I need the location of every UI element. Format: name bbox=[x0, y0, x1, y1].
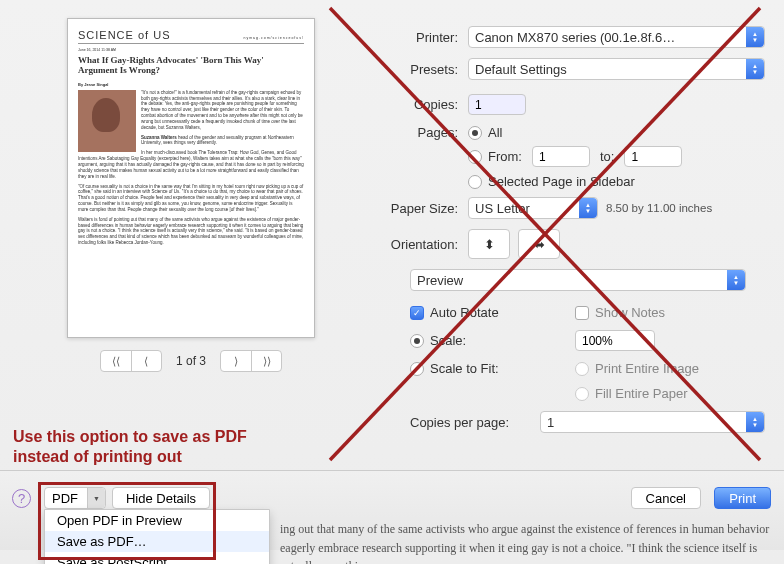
fit-fill-label: Fill Entire Paper bbox=[595, 386, 687, 401]
help-icon: ? bbox=[18, 491, 25, 506]
next-page-icon[interactable]: ⟩ bbox=[221, 351, 251, 371]
scalefit-radio[interactable] bbox=[410, 362, 424, 376]
paper-value: US Letter bbox=[475, 201, 530, 216]
print-options: Printer: Canon MX870 series (00.1e.8f.6…… bbox=[370, 26, 765, 443]
presets-label: Presets: bbox=[370, 62, 458, 77]
printer-select[interactable]: Canon MX870 series (00.1e.8f.6…▲▼ bbox=[468, 26, 765, 48]
scale-input[interactable] bbox=[575, 330, 655, 351]
pages-selected-label: Selected Page in Sidebar bbox=[488, 174, 635, 189]
first-page-icon[interactable]: ⟨⟨ bbox=[101, 351, 131, 371]
app-section-value: Preview bbox=[417, 273, 463, 288]
site-url: nymag.com/scienceofus/ bbox=[243, 36, 304, 40]
updown-icon: ▲▼ bbox=[579, 198, 597, 218]
updown-icon: ▲▼ bbox=[746, 59, 764, 79]
autorotate-label: Auto Rotate bbox=[430, 305, 499, 320]
page-fwd-group[interactable]: ⟩⟩⟩ bbox=[220, 350, 282, 372]
annotation-box bbox=[38, 482, 216, 560]
paper-select[interactable]: US Letter▲▼ bbox=[468, 197, 598, 219]
updown-icon: ▲▼ bbox=[746, 27, 764, 47]
copies-label: Copies: bbox=[370, 97, 458, 112]
pages-from-radio[interactable] bbox=[468, 150, 482, 164]
cancel-label: Cancel bbox=[646, 491, 686, 506]
paper-dims: 8.50 by 11.00 inches bbox=[606, 202, 712, 214]
orient-label: Orientation: bbox=[370, 237, 458, 252]
credit: Suzanna Walters bbox=[141, 135, 177, 140]
background-text: ing out that many of the same activists … bbox=[280, 520, 774, 564]
pages-label: Pages: bbox=[370, 125, 458, 140]
landscape-button[interactable]: ⬌ bbox=[518, 229, 560, 259]
scalefit-label: Scale to Fit: bbox=[430, 361, 499, 376]
updown-icon: ▲▼ bbox=[746, 412, 764, 432]
paper-label: Paper Size: bbox=[370, 201, 458, 216]
last-page-icon[interactable]: ⟩⟩ bbox=[251, 351, 281, 371]
page-count: 1 of 3 bbox=[176, 354, 206, 368]
fit-entire-label: Print Entire Image bbox=[595, 361, 699, 376]
article-headline: What If Gay-Rights Advocates' 'Born This… bbox=[78, 55, 304, 76]
from-input[interactable] bbox=[532, 146, 590, 167]
prev-page-icon[interactable]: ⟨ bbox=[131, 351, 161, 371]
updown-icon: ▲▼ bbox=[727, 270, 745, 290]
article-date: June 16, 2014 11:38 AM bbox=[78, 48, 304, 52]
body-p5: Walters is fond of pointing out that man… bbox=[78, 217, 304, 246]
cpp-select[interactable]: 1▲▼ bbox=[540, 411, 765, 433]
pages-all-label: All bbox=[488, 125, 502, 140]
print-label: Print bbox=[729, 491, 756, 506]
page-preview: SCIENCE of USnymag.com/scienceofus/ June… bbox=[67, 18, 315, 338]
cancel-button[interactable]: Cancel bbox=[631, 487, 701, 509]
pager: ⟨⟨⟨ 1 of 3 ⟩⟩⟩ bbox=[67, 350, 315, 372]
pages-all-radio[interactable] bbox=[468, 126, 482, 140]
shownotes-label: Show Notes bbox=[595, 305, 665, 320]
printer-value: Canon MX870 series (00.1e.8f.6… bbox=[475, 30, 675, 45]
cpp-label: Copies per page: bbox=[410, 415, 509, 430]
annotation-text: Use this option to save as PDF instead o… bbox=[13, 427, 253, 467]
body-p4: "Of course sexuality is not a choice in … bbox=[78, 184, 304, 213]
pages-selected-radio[interactable] bbox=[468, 175, 482, 189]
landscape-icon: ⬌ bbox=[534, 237, 545, 252]
pages-to-label: to: bbox=[600, 149, 614, 164]
presets-value: Default Settings bbox=[475, 62, 567, 77]
autorotate-check[interactable]: ✓ bbox=[410, 306, 424, 320]
help-button[interactable]: ? bbox=[12, 489, 31, 508]
scale-label: Scale: bbox=[430, 333, 466, 348]
page-back-group[interactable]: ⟨⟨⟨ bbox=[100, 350, 162, 372]
presets-select[interactable]: Default Settings▲▼ bbox=[468, 58, 765, 80]
site-name: SCIENCE of US bbox=[78, 29, 170, 41]
cpp-value: 1 bbox=[547, 415, 554, 430]
body-p3: In her much-discussed book The Tolerance… bbox=[78, 150, 304, 179]
portrait-icon: ⬍ bbox=[484, 237, 495, 252]
pages-from-label: From: bbox=[488, 149, 522, 164]
print-button[interactable]: Print bbox=[714, 487, 771, 509]
scale-radio[interactable] bbox=[410, 334, 424, 348]
printer-label: Printer: bbox=[370, 30, 458, 45]
to-input[interactable] bbox=[624, 146, 682, 167]
shownotes-check[interactable] bbox=[575, 306, 589, 320]
author-photo bbox=[78, 90, 136, 152]
copies-input[interactable] bbox=[468, 94, 526, 115]
preview-pane: SCIENCE of USnymag.com/scienceofus/ June… bbox=[67, 18, 315, 372]
print-dialog: SCIENCE of USnymag.com/scienceofus/ June… bbox=[0, 0, 784, 564]
fit-fill-radio bbox=[575, 387, 589, 401]
app-section-select[interactable]: Preview▲▼ bbox=[410, 269, 746, 291]
fit-entire-radio bbox=[575, 362, 589, 376]
byline: By Jesse Singal bbox=[78, 82, 304, 87]
portrait-button[interactable]: ⬍ bbox=[468, 229, 510, 259]
